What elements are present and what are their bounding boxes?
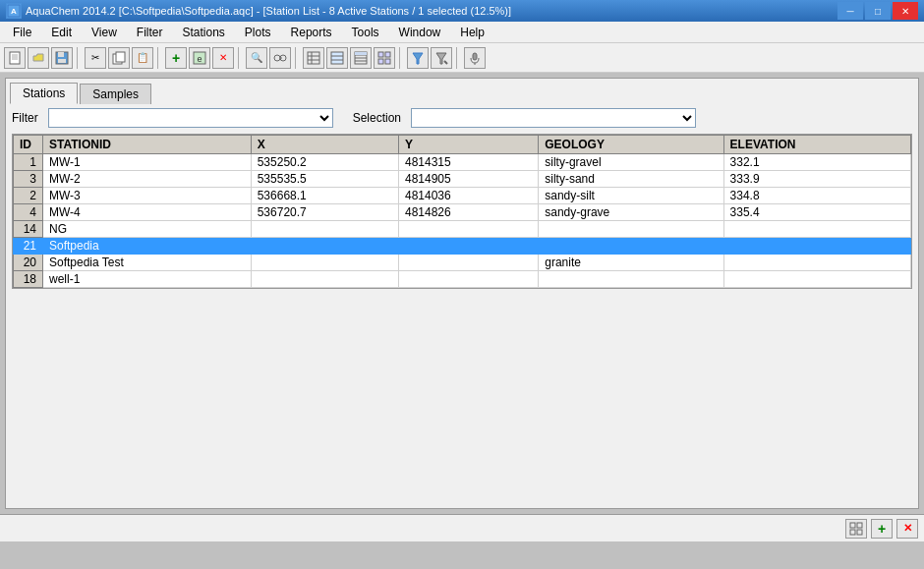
menu-item-window[interactable]: Window (390, 23, 450, 42)
cell-geology (539, 221, 723, 238)
minimize-button[interactable]: ─ (837, 2, 863, 20)
toolbar-mic-button[interactable] (464, 47, 486, 69)
toolbar-cut-button[interactable]: ✂ (85, 47, 106, 69)
col-header-stationid[interactable]: STATIONID (43, 136, 252, 154)
cell-id: 21 (14, 238, 43, 255)
app-icon: A (6, 3, 22, 19)
table-row[interactable]: 4MW-4536720.74814826sandy-grave335.4 (14, 204, 911, 221)
tab-stations[interactable]: Stations (10, 83, 78, 104)
svg-rect-39 (850, 530, 855, 535)
svg-rect-2 (10, 52, 20, 64)
data-table-container: ID STATIONID X Y GEOLOGY ELEVATION 1MW-1… (12, 134, 912, 289)
toolbar-binoculars-button[interactable] (269, 47, 291, 69)
toolbar-delete-button[interactable]: ✕ (212, 47, 234, 69)
svg-rect-29 (385, 52, 390, 57)
col-header-x[interactable]: X (251, 136, 398, 154)
menu-item-tools[interactable]: Tools (343, 23, 388, 42)
toolbar-new-button[interactable] (4, 47, 26, 69)
cell-id: 20 (14, 255, 43, 271)
svg-rect-35 (473, 53, 477, 60)
cell-elevation: 333.9 (723, 171, 910, 188)
table-row[interactable]: 20Softpedia Testgranite (14, 255, 911, 271)
cell-x: 535250.2 (251, 154, 398, 171)
table-row[interactable]: 14NG (14, 221, 911, 238)
svg-line-34 (444, 61, 447, 64)
menu-item-plots[interactable]: Plots (236, 23, 280, 42)
col-header-geology[interactable]: GEOLOGY (539, 136, 723, 154)
cell-geology: sandy-silt (539, 188, 723, 204)
toolbar-grid2-button[interactable] (326, 47, 348, 69)
col-header-y[interactable]: Y (398, 136, 538, 154)
toolbar-open-button[interactable] (28, 47, 49, 69)
table-header-row: ID STATIONID X Y GEOLOGY ELEVATION (14, 136, 911, 154)
title-bar-controls: ─ □ ✕ (837, 2, 918, 20)
table-row[interactable]: 18well-1 (14, 271, 911, 288)
toolbar-filter-button[interactable] (407, 47, 429, 69)
svg-rect-16 (308, 52, 319, 64)
table-row[interactable]: 3MW-2535535.54814905silty-sand333.9 (14, 171, 911, 188)
toolbar-sep-3 (238, 47, 242, 69)
menu-item-view[interactable]: View (83, 23, 126, 42)
close-button[interactable]: ✕ (893, 2, 918, 20)
svg-rect-10 (116, 52, 125, 62)
tab-bar: Stations Samples (6, 79, 918, 104)
maximize-button[interactable]: □ (865, 2, 891, 20)
window-title: AquaChem 2014.2 [C:\Softpedia\Softpedia.… (26, 5, 511, 17)
table-row[interactable]: 2MW-3536668.14814036sandy-silt334.8 (14, 188, 911, 204)
title-bar-left: A AquaChem 2014.2 [C:\Softpedia\Softpedi… (6, 3, 511, 19)
menu-item-filter[interactable]: Filter (128, 23, 172, 42)
status-delete-button[interactable]: ✕ (896, 519, 918, 539)
toolbar-copy-button[interactable] (108, 47, 130, 69)
svg-point-13 (274, 55, 280, 61)
col-header-id[interactable]: ID (14, 136, 43, 154)
tab-samples[interactable]: Samples (80, 84, 151, 104)
toolbar-search-button[interactable]: 🔍 (246, 47, 267, 69)
menu-bar: FileEditViewFilterStationsPlotsReportsTo… (0, 22, 924, 43)
cell-stationid: NG (43, 221, 252, 238)
table-row[interactable]: 1MW-1535250.24814315silty-gravel332.1 (14, 154, 911, 171)
status-add-button[interactable]: + (871, 519, 893, 539)
cell-geology (539, 238, 723, 255)
toolbar-grid4-button[interactable] (374, 47, 395, 69)
toolbar-grid1-button[interactable] (303, 47, 324, 69)
status-grid-button[interactable] (845, 519, 867, 539)
svg-rect-40 (857, 530, 862, 535)
svg-text:e: e (197, 54, 202, 64)
table-row[interactable]: 21Softpedia (14, 238, 911, 255)
menu-item-help[interactable]: Help (451, 23, 493, 42)
cell-y: 4814826 (398, 204, 538, 221)
menu-item-edit[interactable]: Edit (42, 23, 81, 42)
filter-label: Filter (12, 111, 38, 125)
cell-stationid: MW-4 (43, 204, 252, 221)
cell-y (398, 221, 538, 238)
menu-item-stations[interactable]: Stations (174, 23, 234, 42)
toolbar-filter2-button[interactable] (431, 47, 452, 69)
station-list-window: Stations Samples Filter Selection ID STA… (5, 78, 919, 509)
cell-elevation: 334.8 (723, 188, 910, 204)
toolbar-paste-button[interactable]: 📋 (132, 47, 153, 69)
toolbar-save-button[interactable] (51, 47, 73, 69)
toolbar-sep-6 (456, 47, 460, 69)
toolbar-edit-button[interactable]: e (189, 47, 210, 69)
svg-rect-28 (378, 52, 383, 57)
cell-x: 536720.7 (251, 204, 398, 221)
menu-item-file[interactable]: File (4, 23, 40, 42)
svg-rect-7 (58, 52, 64, 57)
toolbar-add-station-button[interactable]: + (165, 47, 187, 69)
svg-rect-20 (331, 52, 343, 64)
cell-stationid: MW-1 (43, 154, 252, 171)
cell-x (251, 255, 398, 271)
selection-dropdown[interactable] (411, 108, 696, 128)
cell-geology (539, 271, 723, 288)
cell-stationid: MW-2 (43, 171, 252, 188)
menu-item-reports[interactable]: Reports (282, 23, 341, 42)
cell-y (398, 238, 538, 255)
svg-rect-37 (850, 523, 855, 528)
col-header-elevation[interactable]: ELEVATION (723, 136, 910, 154)
cell-id: 2 (14, 188, 43, 204)
toolbar-grid3-button[interactable] (350, 47, 372, 69)
cell-stationid: MW-3 (43, 188, 252, 204)
cell-x: 535535.5 (251, 171, 398, 188)
cell-elevation (723, 238, 910, 255)
filter-dropdown[interactable] (48, 108, 333, 128)
